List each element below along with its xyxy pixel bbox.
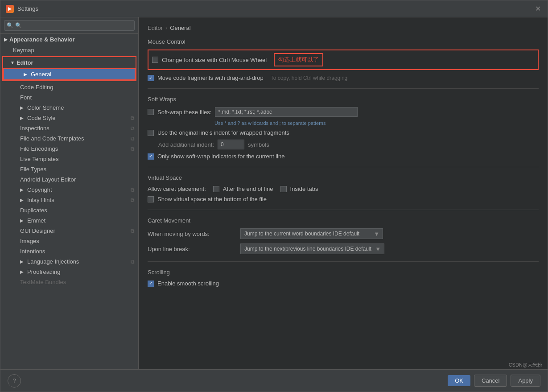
arrow-emmet-icon: ▶ bbox=[20, 218, 25, 223]
caret-placement-row: Allow caret placement: After the end of … bbox=[148, 186, 539, 192]
moving-by-words-dropdown[interactable]: Jump to the current word boundaries IDE … bbox=[240, 228, 383, 239]
move-code-row: Move code fragments with drag-and-drop T… bbox=[148, 74, 539, 81]
sidebar-item-android[interactable]: Android Layout Editor bbox=[0, 174, 138, 185]
line-break-dropdown[interactable]: Jump to the next/previous line boundarie… bbox=[240, 243, 384, 254]
show-indicators-label[interactable]: Only show soft-wrap indicators for the c… bbox=[148, 153, 284, 160]
sidebar-item-language-injections[interactable]: ▶ Language Injections ⧉ bbox=[0, 256, 138, 267]
original-indent-label[interactable]: Use the original line's indent for wrapp… bbox=[148, 129, 289, 136]
search-icon: 🔍 bbox=[7, 22, 13, 29]
sidebar-item-gui-designer[interactable]: GUI Designer ⧉ bbox=[0, 226, 138, 236]
add-indent-input[interactable] bbox=[218, 140, 244, 149]
watermark: CSDN@大米粉 bbox=[509, 362, 542, 368]
move-code-checkbox[interactable] bbox=[148, 75, 154, 81]
arrow-copyright-icon: ▶ bbox=[20, 187, 25, 192]
arrow-inlay-icon: ▶ bbox=[20, 198, 25, 202]
footer-buttons: OK Cancel Apply bbox=[448, 375, 540, 387]
settings-dialog: ▶ Settings ✕ 🔍 ▶ Appearance & Behavior K… bbox=[0, 0, 548, 392]
sidebar-item-images[interactable]: Images bbox=[0, 236, 138, 246]
soft-wraps-header: Soft Wraps bbox=[148, 96, 539, 103]
sidebar-item-font[interactable]: Font bbox=[0, 92, 138, 103]
after-end-checkbox[interactable] bbox=[213, 186, 219, 192]
show-indicators-row: Only show soft-wrap indicators for the c… bbox=[148, 153, 539, 160]
app-icon: ▶ bbox=[6, 5, 14, 13]
line-break-label: Upon line break: bbox=[148, 246, 237, 252]
arrow-color-icon: ▶ bbox=[20, 105, 25, 110]
sidebar-item-inlay-hints[interactable]: ▶ Inlay Hints ⧉ bbox=[0, 195, 138, 205]
sidebar-item-general[interactable]: ▶ General bbox=[3, 68, 136, 80]
annotation-text: 勾选上就可以了 bbox=[278, 56, 319, 64]
change-font-size-checkbox[interactable] bbox=[152, 57, 158, 63]
sidebar-item-editor[interactable]: ▼ Editor bbox=[3, 57, 136, 68]
original-indent-checkbox[interactable] bbox=[148, 130, 154, 136]
sidebar-item-file-encodings[interactable]: File Encodings ⧉ bbox=[0, 144, 138, 154]
sidebar-item-intentions[interactable]: Intentions bbox=[0, 246, 138, 256]
show-virtual-space-label[interactable]: Show virtual space at the bottom of the … bbox=[148, 196, 267, 202]
sidebar-item-emmet[interactable]: ▶ Emmet bbox=[0, 215, 138, 226]
copy2-icon: ⧉ bbox=[131, 125, 135, 132]
sidebar-item-textmate[interactable]: TextMate Bundles bbox=[0, 277, 138, 287]
arrow-lang-icon: ▶ bbox=[20, 259, 25, 264]
caret-movement-header: Caret Movement bbox=[148, 217, 539, 224]
after-end-label[interactable]: After the end of line bbox=[213, 186, 273, 192]
soft-wrap-files-row: Soft-wrap these files: bbox=[148, 107, 539, 117]
copy6-icon: ⧉ bbox=[131, 197, 135, 203]
arrow-editor-icon: ▼ bbox=[10, 60, 15, 65]
change-font-size-label[interactable]: Change font size with Ctrl+Mouse Wheel bbox=[152, 57, 267, 63]
cancel-button[interactable]: Cancel bbox=[474, 375, 507, 387]
breadcrumb-current: General bbox=[170, 25, 190, 31]
original-indent-row: Use the original line's indent for wrapp… bbox=[148, 129, 539, 136]
moving-by-words-dropdown-wrapper: Jump to the current word boundaries IDE … bbox=[240, 228, 383, 239]
soft-wrap-checkbox[interactable] bbox=[148, 109, 154, 115]
sidebar-item-live-templates[interactable]: Live Templates bbox=[0, 154, 138, 164]
ok-button[interactable]: OK bbox=[448, 375, 470, 386]
sidebar-item-duplicates[interactable]: Duplicates bbox=[0, 205, 138, 215]
add-indent-row: Add additional indent: symbols bbox=[158, 140, 539, 149]
sidebar-item-file-types[interactable]: File Types bbox=[0, 164, 138, 174]
show-indicators-checkbox[interactable] bbox=[148, 153, 154, 160]
show-virtual-space-row: Show virtual space at the bottom of the … bbox=[148, 196, 539, 202]
help-button[interactable]: ? bbox=[8, 374, 21, 388]
apply-button[interactable]: Apply bbox=[511, 375, 540, 387]
font-size-row: Change font size with Ctrl+Mouse Wheel 勾… bbox=[148, 50, 539, 70]
drag-hint: To copy, hold Ctrl while dragging bbox=[271, 75, 348, 81]
dialog-title: Settings bbox=[17, 5, 535, 12]
sidebar-item-code-style[interactable]: ▶ Code Style ⧉ bbox=[0, 113, 138, 123]
sidebar-item-code-editing[interactable]: Code Editing bbox=[0, 82, 138, 92]
moving-by-words-label: When moving by words: bbox=[148, 231, 237, 237]
sidebar-item-inspections[interactable]: Inspections ⧉ bbox=[0, 123, 138, 133]
footer: ? OK Cancel Apply bbox=[0, 369, 548, 392]
sidebar: 🔍 ▶ Appearance & Behavior Keymap ▼ Edito… bbox=[0, 17, 139, 369]
sidebar-item-copyright[interactable]: ▶ Copyright ⧉ bbox=[0, 185, 138, 195]
scrolling-header: Scrolling bbox=[148, 269, 539, 276]
copy-icon: ⧉ bbox=[131, 115, 135, 121]
move-code-label[interactable]: Move code fragments with drag-and-drop bbox=[148, 74, 264, 81]
sidebar-item-proofreading[interactable]: ▶ Proofreading bbox=[0, 267, 138, 277]
virtual-space-header: Virtual Space bbox=[148, 174, 539, 181]
show-virtual-space-checkbox[interactable] bbox=[148, 196, 154, 202]
search-input[interactable] bbox=[4, 20, 135, 31]
copy8-icon: ⧉ bbox=[131, 259, 135, 265]
mouse-control-header: Mouse Control bbox=[148, 38, 539, 45]
inside-tabs-checkbox[interactable] bbox=[280, 186, 287, 192]
smooth-scrolling-label[interactable]: Enable smooth scrolling bbox=[148, 280, 219, 287]
sidebar-item-appearance[interactable]: ▶ Appearance & Behavior bbox=[0, 34, 138, 45]
line-break-dropdown-wrapper: Jump to the next/previous line boundarie… bbox=[240, 243, 384, 254]
soft-wrap-files-input[interactable] bbox=[215, 107, 358, 117]
moving-by-words-row: When moving by words: Jump to the curren… bbox=[148, 228, 539, 239]
inside-tabs-label[interactable]: Inside tabs bbox=[280, 186, 318, 192]
sidebar-item-color-scheme[interactable]: ▶ Color Scheme bbox=[0, 103, 138, 113]
line-break-row: Upon line break: Jump to the next/previo… bbox=[148, 243, 539, 254]
copy3-icon: ⧉ bbox=[131, 136, 135, 142]
smooth-scrolling-checkbox[interactable] bbox=[148, 281, 154, 287]
smooth-scrolling-row: Enable smooth scrolling bbox=[148, 280, 539, 287]
content-area: Editor › General Mouse Control Change fo… bbox=[139, 17, 548, 369]
arrow-general-icon: ▶ bbox=[24, 72, 29, 77]
breadcrumb-separator: › bbox=[165, 25, 167, 31]
search-bar: 🔍 bbox=[0, 17, 138, 34]
sidebar-item-keymap[interactable]: Keymap bbox=[0, 45, 138, 55]
soft-wrap-checkbox-label[interactable]: Soft-wrap these files: bbox=[148, 109, 211, 116]
copy5-icon: ⧉ bbox=[131, 187, 135, 193]
sidebar-item-file-code-templates[interactable]: File and Code Templates ⧉ bbox=[0, 133, 138, 144]
wildcard-hint: Use * and ? as wildcards and ; to separa… bbox=[214, 120, 539, 126]
close-button[interactable]: ✕ bbox=[535, 5, 542, 12]
